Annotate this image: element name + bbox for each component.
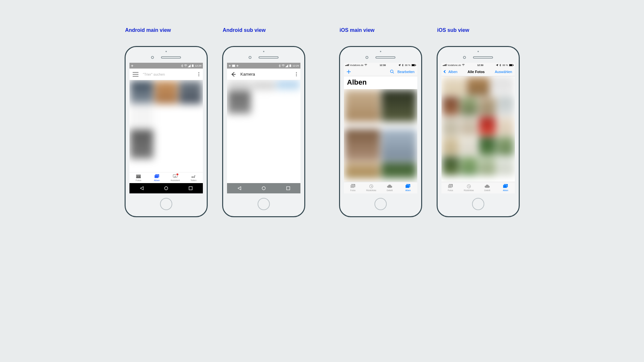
cloud-icon (387, 184, 393, 189)
tab-geteilt[interactable]: Geteilt (381, 182, 399, 193)
svg-rect-34 (443, 65, 444, 66)
chevron-left-icon (443, 70, 447, 73)
overflow-menu-icon[interactable] (198, 72, 200, 76)
svg-point-9 (194, 175, 195, 176)
plus-icon[interactable] (346, 70, 351, 74)
wifi-icon (365, 64, 367, 66)
tab-teilen[interactable]: Teilen (185, 172, 203, 183)
android-nav-bar (227, 183, 300, 193)
tab-alben[interactable]: Alben (497, 182, 515, 193)
svg-rect-14 (289, 64, 291, 67)
photo-grid[interactable] (129, 80, 203, 172)
tab-fotos[interactable]: Fotos (441, 182, 460, 193)
pinwheel-icon (236, 64, 239, 67)
pinwheel-icon (131, 64, 134, 67)
svg-rect-46 (503, 185, 507, 188)
ios-nav-bar: Bearbeiten (344, 67, 417, 76)
signal-icon (188, 64, 191, 67)
edit-button[interactable]: Bearbeiten (397, 70, 414, 74)
status-left-icons (131, 64, 134, 67)
nav-recent-icon[interactable] (188, 186, 193, 190)
tab-label: Fotos (448, 189, 453, 191)
album-grid[interactable] (344, 89, 417, 182)
search-input[interactable]: "Trier" suchen (143, 72, 194, 76)
album-icon (154, 174, 159, 179)
albums-icon (503, 184, 508, 189)
svg-rect-32 (405, 185, 409, 188)
ios-status-bar: Vodafone.de 12:30 88 % (441, 63, 515, 67)
phone-home-button (472, 198, 484, 210)
nav-home-icon[interactable] (164, 186, 168, 190)
tab-label: Alben (503, 189, 508, 191)
phone-speaker-icon (259, 56, 279, 59)
svg-point-7 (192, 176, 193, 178)
caption-ios-sub: iOS sub view (437, 27, 469, 33)
phone-sensor-row (463, 56, 493, 59)
phone-home-button (258, 198, 270, 210)
svg-rect-37 (446, 64, 447, 66)
svg-rect-17 (287, 187, 290, 190)
column-android-sub: Android sub view 12:29 (222, 27, 305, 217)
phone-frame: Vodafone.de 12:30 88 % Alben Alle Fotos (437, 46, 520, 217)
tab-geteilt[interactable]: Geteilt (478, 182, 497, 193)
column-ios-sub: iOS sub view Vodafone.de 12:30 88 % (437, 27, 520, 217)
svg-rect-20 (347, 65, 347, 66)
tab-rueckblicke[interactable]: Rückblicke (460, 182, 478, 193)
svg-rect-43 (448, 185, 452, 188)
ios-back-button[interactable]: Alben (444, 70, 458, 74)
phone-speaker-icon (375, 56, 395, 59)
tab-assistent[interactable]: Assistent (166, 172, 185, 183)
notification-badge-icon (176, 173, 179, 176)
location-icon (496, 64, 498, 66)
phone-camera-dot (263, 51, 264, 52)
tab-alben[interactable]: Alben (148, 172, 166, 183)
wifi-icon (282, 64, 285, 67)
overflow-menu-icon[interactable] (296, 72, 297, 76)
nav-home-icon[interactable] (261, 186, 266, 190)
search-icon[interactable] (390, 70, 394, 74)
phone-frame: Vodafone.de 12:30 88 % (339, 46, 422, 217)
phone-camera-dot (166, 51, 167, 52)
column-ios-main: iOS main view Vodafone.de 12:30 88 % (339, 27, 422, 217)
back-label: Alben (449, 70, 458, 74)
battery-icon (509, 64, 514, 66)
image-icon (232, 64, 235, 67)
back-arrow-icon[interactable] (230, 71, 236, 77)
phone-sensor-icon (249, 56, 251, 59)
signal-bars-icon (443, 64, 447, 66)
select-button[interactable]: Auswählen (495, 70, 512, 74)
bluetooth-icon (278, 64, 281, 67)
phone-speaker-icon (161, 56, 181, 59)
status-time: 12:29 (292, 64, 299, 67)
tab-label: Geteilt (387, 189, 393, 191)
carrier-label: Vodafone.de (350, 64, 364, 67)
hamburger-icon[interactable] (133, 72, 138, 77)
tab-fotos[interactable]: Fotos (129, 172, 148, 183)
svg-rect-2 (193, 64, 194, 65)
nav-back-icon[interactable] (139, 186, 144, 190)
ios-large-title: Alben (344, 76, 417, 89)
phone-sensor-icon (463, 56, 466, 59)
svg-rect-36 (445, 64, 446, 66)
phone-camera-dot (478, 51, 479, 52)
screen: Vodafone.de 12:30 88 % (344, 63, 417, 193)
phone-sensor-icon (151, 56, 154, 59)
bluetooth-icon (499, 64, 501, 66)
android-search-bar[interactable]: "Trier" suchen (129, 69, 203, 80)
svg-point-27 (391, 70, 393, 72)
tab-fotos[interactable]: Fotos (344, 182, 362, 193)
tab-alben[interactable]: Alben (399, 182, 417, 193)
battery-icon (412, 64, 416, 66)
tab-rueckblicke[interactable]: Rückblicke (362, 182, 381, 193)
svg-rect-18 (345, 65, 346, 66)
nav-back-icon[interactable] (237, 186, 242, 190)
cloud-icon (484, 184, 490, 189)
svg-point-10 (165, 187, 168, 190)
phone-sensor-row (365, 56, 395, 59)
nav-recent-icon[interactable] (286, 186, 290, 190)
caption-android-main: Android main view (125, 27, 171, 33)
photo-grid[interactable] (441, 76, 515, 182)
photo-grid[interactable] (227, 80, 300, 183)
caption-android-sub: Android sub view (222, 27, 266, 33)
svg-rect-12 (232, 64, 235, 67)
